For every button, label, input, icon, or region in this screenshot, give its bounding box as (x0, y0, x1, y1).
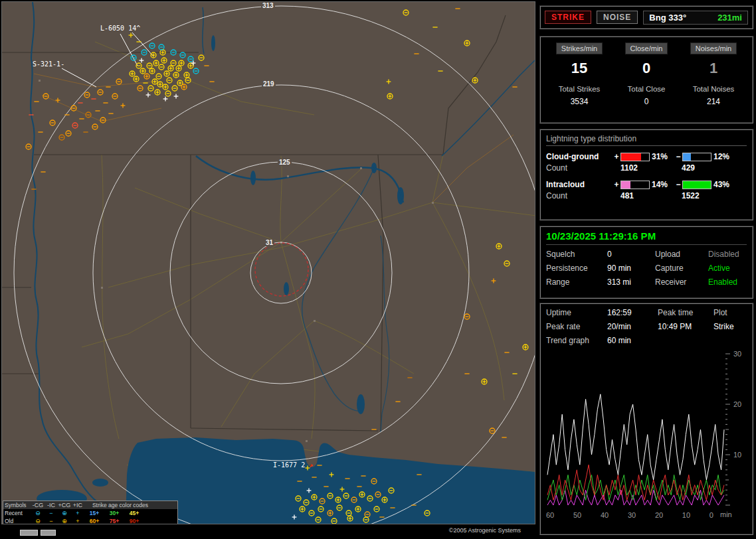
plot-label: Plot (713, 308, 749, 317)
intracloud-row: Intracloud + 14% − 43% (546, 179, 747, 190)
range-label: Range (546, 277, 607, 287)
cloud-ground-row: Cloud-ground + 31% − 12% (546, 151, 747, 162)
trend-series-cloud-ground (547, 465, 724, 500)
resize-grip[interactable] (20, 530, 38, 536)
distribution-panel: Lightning type distribution Cloud-ground… (539, 129, 753, 220)
noises-per-min-column: Noises/min 1 Total Noises 214 (680, 42, 747, 106)
cell-intensify-arrow: ↗ (309, 461, 313, 469)
ring-label-219: 219 (262, 80, 276, 88)
copyright-text: ©2005 Astrogenic Systems (449, 527, 521, 534)
trend-panel: Uptime 162:59 Peak time Plot Peak rate 2… (539, 303, 753, 535)
ic-minus-icon: − (45, 510, 58, 516)
ic-plus-bar (620, 181, 650, 189)
svg-text:30: 30 (733, 351, 741, 358)
alarm-panel: STRIKE NOISE Bng 333° 231mi (539, 5, 753, 29)
distribution-title: Lightning type distribution (546, 134, 747, 146)
strike-alarm-button[interactable]: STRIKE (545, 11, 591, 24)
resize-grip[interactable] (41, 530, 56, 536)
total-close-label: Total Close (613, 85, 680, 93)
trend-graph-label: Trend graph (546, 336, 607, 345)
close-per-min-badge: Close/min (625, 42, 668, 54)
ic-plus-icon: + (71, 518, 84, 524)
cell-label-I1677: I-1677 2 ↗ (273, 461, 313, 469)
ic-plus-icon: + (71, 510, 84, 516)
ic-minus-bar (682, 181, 711, 189)
plot-value: Strike (713, 322, 749, 331)
close-per-min-column: Close/min 0 Total Close 0 (613, 42, 680, 106)
svg-text:20: 20 (733, 400, 741, 408)
bearing-box: Bng 333° 231mi (643, 11, 748, 25)
receiver-label: Receiver (655, 277, 708, 287)
total-strikes-value: 3534 (546, 97, 613, 106)
rates-panel: Strikes/min 15 Total Strikes 3534 Close/… (539, 36, 753, 123)
total-close-value: 0 (613, 97, 680, 106)
total-noises-value: 214 (680, 97, 747, 106)
trend-window-value: 60 min (607, 336, 658, 345)
strike-map[interactable]: 313 219 125 31 L-6050 14^ S-321-1- I-167… (1, 1, 535, 524)
uptime-value: 162:59 (607, 308, 658, 317)
status-panel: 10/23/2025 11:29:16 PM Squelch 0 Upload … (539, 226, 753, 299)
peak-rate-value: 20/min (607, 322, 658, 331)
squelch-label: Squelch (546, 250, 607, 259)
bearing-value: Bng 333° (649, 13, 686, 23)
cg-plus-icon: ⊕ (58, 510, 71, 516)
noise-alarm-button[interactable]: NOISE (597, 11, 638, 24)
total-strikes-label: Total Strikes (546, 85, 613, 93)
close-per-min-value: 0 (613, 60, 680, 77)
capture-label: Capture (655, 264, 708, 273)
strikes-per-min-badge: Strikes/min (556, 42, 603, 54)
peak-rate-label: Peak rate (546, 322, 607, 331)
trend-series-noises (547, 490, 724, 505)
strikes-per-min-value: 15 (546, 60, 613, 77)
cg-plus-icon: ⊕ (58, 518, 71, 524)
noises-per-min-badge: Noises/min (690, 42, 737, 54)
persistence-label: Persistence (546, 264, 607, 273)
bottom-strip: ©2005 Astrogenic Systems (1, 525, 535, 538)
cloud-ground-count-row: Count 1102 429 (546, 163, 747, 174)
uptime-label: Uptime (546, 308, 607, 317)
persistence-value: 90 min (607, 264, 655, 273)
ic-minus-icon: − (45, 518, 58, 524)
ring-label-31: 31 (264, 239, 274, 246)
upload-value: Disabled (708, 250, 748, 259)
trend-chart: 302010 (546, 351, 748, 510)
cell-label-L6050: L-6050 14^ (100, 25, 140, 32)
peak-time-label: Peak time (658, 308, 713, 317)
cg-minus-bar (682, 153, 711, 161)
trend-x-unit: min (720, 510, 732, 519)
capture-value: Active (708, 264, 748, 273)
symbol-legend: Symbols -CG -IC +CG +IC Strike age color… (3, 501, 178, 524)
upload-label: Upload (655, 250, 708, 259)
cg-minus-icon: ⊖ (31, 518, 45, 524)
ring-label-125: 125 (278, 159, 292, 166)
trend-series-total-strikes (547, 394, 724, 480)
legend-row-old: Old ⊖ − ⊕ + 60+ 75+ 90+ (3, 517, 177, 524)
cg-plus-bar (620, 153, 650, 161)
total-noises-label: Total Noises (680, 85, 747, 93)
datetime-display: 10/23/2025 11:29:16 PM (546, 230, 747, 245)
intracloud-count-row: Count 481 1522 (546, 191, 747, 202)
legend-row-recent: Recent ⊖ − ⊕ + 15+ 30+ 45+ (3, 509, 177, 517)
strikes-per-min-column: Strikes/min 15 Total Strikes 3534 (546, 42, 613, 106)
svg-text:10: 10 (733, 451, 741, 459)
squelch-value: 0 (607, 250, 655, 259)
lightning-detector-app: { "header": { "strike_label": "STRIKE", … (0, 0, 756, 539)
distance-value: 231mi (717, 13, 742, 23)
peak-time-value: 10:49 PM (658, 322, 713, 331)
cell-label-S321: S-321-1- (33, 60, 64, 68)
receiver-value: Enabled (708, 277, 748, 287)
noises-per-min-value: 1 (680, 60, 747, 77)
range-value: 313 mi (607, 277, 655, 287)
trend-series-intracloud (547, 475, 724, 500)
trend-x-axis: 60 50 40 30 20 10 0 min (546, 510, 747, 519)
legend-header: Symbols -CG -IC +CG +IC Strike age color… (3, 501, 177, 509)
ring-label-313: 313 (261, 2, 275, 9)
cg-minus-icon: ⊖ (31, 510, 45, 516)
